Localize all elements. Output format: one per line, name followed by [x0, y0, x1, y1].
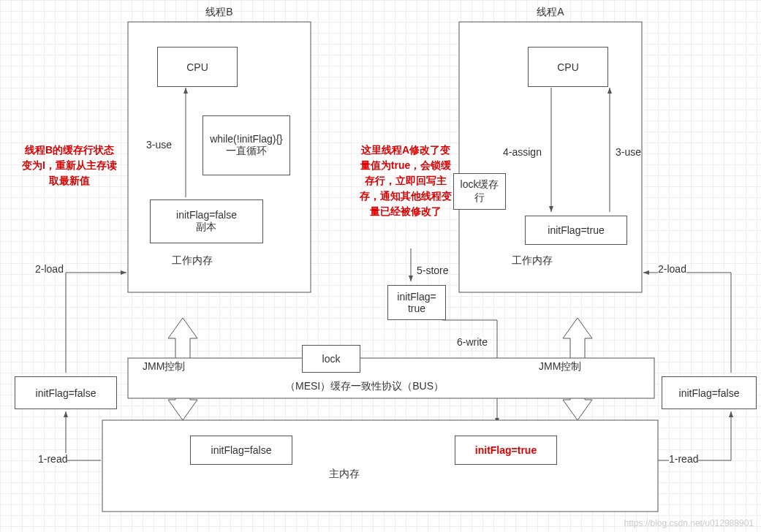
box-right: initFlag=false [662, 376, 757, 409]
load-left: 2-load [35, 263, 64, 275]
threadA-cpu: CPU [528, 47, 608, 87]
threadA-assign: 4-assign [503, 146, 542, 158]
read-left: 1-read [38, 453, 67, 465]
threadA-lockcache: lock缓存行 [453, 173, 506, 210]
threadB-cpu: CPU [157, 47, 238, 87]
lock-box: lock [302, 345, 360, 373]
jmm-right: JMM控制 [539, 360, 581, 373]
threadA-workmem: 工作内存 [512, 254, 553, 267]
mainmem-true: initFlag=true [455, 436, 557, 465]
watermark: https://blog.csdn.net/u012988901 [624, 518, 754, 528]
load-right: 2-load [658, 263, 686, 275]
title-threadB: 线程B [128, 6, 311, 19]
threadB-use: 3-use [146, 139, 172, 151]
annot-right: 这里线程A修改了变量值为true，会锁缓存行，立即回写主存，通知其他线程变量已经… [358, 142, 453, 219]
title-threadA: 线程A [459, 6, 642, 19]
bus-label: （MESI）缓存一致性协议（BUS） [285, 380, 444, 393]
box-left: initFlag=false [15, 376, 117, 409]
threadB-while: while(!initFlag){} 一直循环 [202, 115, 290, 175]
store-label: 5-store [417, 265, 449, 276]
mainmem-label: 主内存 [329, 468, 360, 481]
threadB-copy: initFlag=false 副本 [150, 200, 263, 243]
store-box: initFlag= true [387, 285, 446, 320]
jmm-left: JMM控制 [143, 360, 185, 373]
svg-rect-11 [102, 420, 658, 512]
annot-left: 线程B的缓存行状态变为I，重新从主存读取最新值 [22, 142, 117, 189]
threadA-true: initFlag=true [525, 216, 627, 245]
threadB-workmem: 工作内存 [172, 254, 213, 267]
threadA-use: 3-use [616, 146, 641, 158]
write-label: 6-write [457, 336, 488, 348]
mainmem-false: initFlag=false [190, 436, 292, 465]
read-right: 1-read [669, 453, 698, 465]
